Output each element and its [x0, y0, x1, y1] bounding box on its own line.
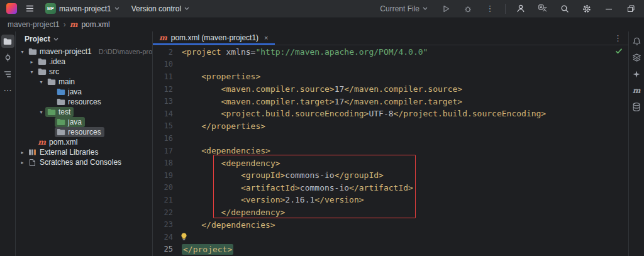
tree-item-test[interactable]: ▾test: [16, 107, 152, 117]
project-panel-header[interactable]: Project: [16, 31, 152, 47]
translate-icon[interactable]: [536, 2, 550, 16]
run-config-label: Current File: [380, 4, 419, 13]
tree-item-chip: src: [36, 67, 62, 77]
structure-icon[interactable]: [1, 67, 14, 81]
line-number: 18: [153, 159, 182, 167]
database-icon[interactable]: [630, 100, 643, 113]
folder-icon: [28, 48, 37, 55]
tree-item-external-libraries[interactable]: ▸External Libraries: [16, 147, 152, 157]
line-number: 11: [153, 72, 182, 81]
more-actions-icon[interactable]: ⋮: [483, 2, 497, 16]
code-line-17[interactable]: 17<dependencies>: [153, 145, 628, 157]
tree-item-maven-project1[interactable]: ▾maven-project1D:\DD\maven-project1: [16, 47, 152, 57]
code-line-13[interactable]: 13<maven.compiler.target>17</maven.compi…: [153, 95, 628, 108]
code-line-20[interactable]: 20<artifactId>commons-io</artifactId>: [153, 182, 628, 194]
main-menu-icon[interactable]: [23, 2, 36, 16]
code-line-21[interactable]: 21<version>2.16.1</version>: [153, 194, 628, 206]
chevron-down-icon[interactable]: ▾: [37, 79, 45, 85]
chevron-down-icon[interactable]: ▾: [37, 109, 45, 115]
debug-icon[interactable]: [461, 2, 475, 16]
tree-item-scratches-and-consoles[interactable]: ▸Scratches and Consoles: [16, 157, 152, 167]
editor-tab-bar: m pom.xml (maven-project1) × ⋮: [153, 31, 628, 45]
line-number: 12: [153, 85, 182, 94]
inspection-ok-icon[interactable]: [615, 48, 623, 54]
tree-item-src[interactable]: ▾src: [16, 67, 152, 77]
chevron-down-icon: [114, 7, 119, 10]
right-tool-stripe: m: [628, 31, 644, 256]
chevron-right-icon[interactable]: ▸: [18, 160, 26, 165]
maven-icon[interactable]: m: [630, 84, 643, 97]
code-line-25[interactable]: 25</project>: [153, 243, 628, 256]
tree-item-path: D:\DD\maven-project1: [99, 48, 152, 55]
code-line-16[interactable]: 16: [153, 132, 628, 145]
more-icon[interactable]: ⋯: [1, 84, 14, 97]
chevron-right-icon[interactable]: ▸: [18, 150, 26, 155]
user-icon[interactable]: [514, 2, 528, 16]
tree-item-chip: maven-project1: [26, 47, 95, 57]
run-config-widget[interactable]: Current File: [377, 3, 431, 14]
code-editor[interactable]: 2<project xmlns="http://maven.apache.org…: [153, 45, 628, 256]
code-token: xmlns: [226, 47, 250, 57]
tree-item-java[interactable]: java: [16, 117, 152, 127]
chevron-down-icon[interactable]: ▾: [28, 69, 36, 75]
code-token: </groupId>: [335, 170, 384, 180]
ai-assistant-icon[interactable]: [630, 67, 643, 81]
chevron-down-icon: [184, 7, 189, 10]
project-widget[interactable]: MP maven-project1: [42, 2, 123, 15]
breadcrumb-file[interactable]: pom.xml: [81, 20, 109, 29]
line-content: <version>2.16.1</version>: [182, 195, 364, 204]
code-line-2[interactable]: 2<project xmlns="http://maven.apache.org…: [153, 46, 628, 58]
project-widget-label: maven-project1: [59, 4, 111, 13]
vcs-widget[interactable]: Version control: [128, 3, 192, 14]
project-badge: MP: [45, 3, 56, 14]
code-line-23[interactable]: 23</dependencies>: [153, 218, 628, 231]
minimize-icon[interactable]: [602, 2, 616, 16]
line-content: <dependencies>: [182, 146, 270, 155]
tree-item-chip: mpom.xml: [36, 137, 80, 147]
tree-item-resources[interactable]: resources: [16, 127, 152, 137]
code-token: 17: [335, 97, 345, 106]
tree-item-java[interactable]: java: [16, 87, 152, 97]
tab-pom-xml[interactable]: m pom.xml (maven-project1) ×: [153, 31, 275, 45]
code-token: </maven.compiler.target>: [344, 97, 462, 106]
tree-item-pom-xml[interactable]: mpom.xml: [16, 137, 152, 147]
code-line-12[interactable]: 12<maven.compiler.source>17</maven.compi…: [153, 83, 628, 96]
notifications-icon[interactable]: [630, 35, 643, 48]
tree-item-resources[interactable]: resources: [16, 97, 152, 107]
chevron-down-icon[interactable]: ▾: [18, 49, 26, 55]
build-icon[interactable]: [630, 51, 643, 64]
breadcrumb-project[interactable]: maven-project1: [8, 20, 60, 29]
code-token: </version>: [314, 195, 364, 204]
project-tool-window: Project ▾maven-project1D:\DD\maven-proje…: [16, 31, 153, 256]
tree-item-main[interactable]: ▾main: [16, 77, 152, 87]
code-line-19[interactable]: 19<groupId>commons-io</groupId>: [153, 169, 628, 182]
code-line-10[interactable]: 10: [153, 58, 628, 71]
search-icon[interactable]: [558, 2, 572, 16]
maximize-icon[interactable]: [624, 2, 638, 16]
tree-item-chip: java: [55, 117, 85, 127]
code-token: <dependency>: [221, 159, 280, 168]
code-line-15[interactable]: 15</properties>: [153, 120, 628, 133]
close-icon[interactable]: ×: [264, 34, 268, 42]
tab-options-icon[interactable]: ⋮: [614, 33, 628, 43]
code-token: </maven.compiler.source>: [344, 84, 462, 94]
code-line-22[interactable]: 22</dependency>: [153, 206, 628, 219]
libraries-icon: [28, 148, 37, 156]
chevron-right-icon[interactable]: ▸: [28, 59, 36, 65]
code-token: "http://maven.apache.org/POM/4.0.0": [255, 47, 428, 57]
ide-window: MP maven-project1 Version control Curren…: [0, 0, 644, 256]
run-icon[interactable]: [439, 2, 453, 16]
commit-icon[interactable]: [1, 51, 14, 64]
code-line-11[interactable]: 11<properties>: [153, 70, 628, 83]
intention-bulb-icon[interactable]: [180, 233, 187, 241]
code-line-18[interactable]: 18<dependency>: [153, 157, 628, 169]
code-token: <groupId>: [241, 170, 285, 180]
line-content: </dependency>: [182, 208, 285, 217]
project-icon[interactable]: [1, 35, 14, 48]
code-line-14[interactable]: 14<project.build.sourceEncoding>UTF-8</p…: [153, 108, 628, 120]
tree-item--idea[interactable]: ▸.idea: [16, 57, 152, 67]
code-line-24[interactable]: 24: [153, 231, 628, 243]
tree-item-chip: External Libraries: [26, 147, 101, 157]
settings-icon[interactable]: [580, 2, 594, 16]
toolbar-divider: [505, 4, 506, 14]
